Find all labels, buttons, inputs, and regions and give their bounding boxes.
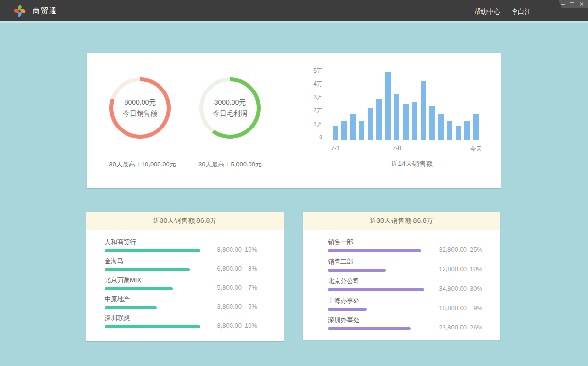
chart-bar: [473, 114, 479, 140]
ranking-bar: [328, 288, 424, 291]
ranking-name: 销售二部: [328, 258, 500, 265]
ranking-value: 6,800.00: [205, 265, 242, 272]
ranking-value: 23,800.00: [430, 324, 467, 331]
x-axis-tick-label: 7-1: [331, 145, 339, 152]
y-axis-tick-label: 3万: [311, 94, 322, 101]
today-profit-value: 3000.00元: [214, 97, 246, 108]
ranking-percent: 9%: [467, 304, 482, 311]
ranking-value: 8,800.00: [205, 246, 242, 253]
ranking-name: 深圳办事处: [328, 316, 500, 324]
ranking-percent: 30%: [467, 285, 482, 292]
sales-14d-bar-chart: 近14天销售额 5万4万3万2万1万07-17-8今天: [311, 66, 501, 181]
today-profit-label: 今日毛利润: [213, 108, 247, 119]
donut-center: 8000.00元 今日销售额: [113, 81, 167, 135]
window-controls: [558, 0, 588, 8]
chart-bar: [438, 114, 444, 140]
ranking-name: 北京分公司: [328, 277, 500, 285]
y-axis-tick-label: 0: [311, 134, 322, 141]
y-axis-tick-label: 4万: [311, 80, 322, 87]
chart-bar: [385, 72, 391, 140]
ranking-bar: [105, 325, 200, 328]
ranking-percent: 7%: [242, 284, 257, 291]
maximize-icon[interactable]: [570, 2, 574, 6]
ranking-bar: [328, 269, 386, 272]
ranking-list: 人和商贸行 8,800.0010% 金海马 6,800.008% 北京万象MIX…: [86, 230, 284, 333]
ranking-value-group: 8,800.0010%: [205, 322, 257, 329]
y-axis-tick-label: 5万: [311, 67, 322, 74]
ranking-value: 32,800.00: [430, 246, 467, 253]
today-sales-label: 今日销售额: [123, 108, 157, 119]
chart-bar: [447, 121, 452, 140]
ranking-value: 10,800.00: [430, 304, 467, 311]
ranking-row: 中原地产 3,800.005%: [105, 295, 284, 314]
ranking-value-group: 10,800.009%: [430, 304, 482, 311]
ranking-value: 12,800.00: [430, 265, 467, 273]
ranking-name: 金海马: [105, 257, 284, 265]
help-center-link[interactable]: 帮助中心: [474, 7, 500, 16]
ranking-name: 销售一部: [328, 238, 500, 246]
ranking-bar: [328, 308, 367, 311]
x-axis-tick-label: 今天: [470, 145, 482, 153]
close-icon[interactable]: [579, 2, 584, 6]
chart-title: 近14天销售额: [391, 160, 433, 168]
today-sales-donut-chart: 8000.00元 今日销售额: [109, 77, 171, 139]
topbar: 商贸通 帮助中心 李白江: [0, 0, 588, 23]
today-profit-donut-chart: 3000.00元 今日毛利润: [199, 77, 261, 139]
customer-ranking-card: 近30天销售额 86.8万 人和商贸行 8,800.0010% 金海马 6,80…: [86, 212, 284, 341]
today-sales-value: 8000.00元: [125, 97, 156, 108]
chart-bar: [412, 102, 417, 140]
chart-bar: [456, 126, 461, 140]
ranking-bar: [105, 306, 157, 309]
ranking-value-group: 6,800.008%: [205, 265, 257, 272]
ranking-value: 5,800.00: [205, 284, 242, 291]
y-axis-tick-label: 2万: [311, 107, 322, 114]
ranking-value-group: 23,800.0026%: [430, 324, 482, 331]
ranking-percent: 10%: [467, 265, 482, 273]
ranking-name: 上海办事处: [328, 297, 500, 304]
user-name-link[interactable]: 李白江: [512, 7, 532, 16]
ranking-bar: [105, 249, 200, 252]
ranking-row: 销售一部 32,800.0025%: [328, 238, 500, 258]
chart-bar: [368, 108, 373, 140]
ranking-value-group: 12,800.0010%: [430, 265, 482, 273]
chart-bar: [376, 99, 382, 140]
ranking-value-group: 3,800.005%: [205, 303, 257, 310]
chart-bar: [350, 114, 356, 140]
ranking-row: 北京分公司 34,800.0030%: [328, 277, 500, 297]
ranking-header: 近30天销售额 86.8万: [303, 212, 500, 230]
chart-bar: [421, 81, 426, 140]
ranking-value: 34,800.00: [430, 285, 467, 292]
ranking-bar: [328, 327, 411, 330]
ranking-row: 上海办事处 10,800.009%: [328, 297, 500, 316]
ranking-bar: [105, 268, 190, 271]
ranking-value-group: 8,800.0010%: [205, 246, 257, 253]
x-axis-tick-label: 7-8: [392, 145, 401, 152]
department-ranking-card: 近30天销售额 86.8万 销售一部 32,800.0025% 销售二部 12,…: [303, 212, 500, 340]
ranking-value-group: 32,800.0025%: [430, 246, 482, 253]
ranking-value: 3,800.00: [205, 303, 242, 310]
ranking-name: 人和商贸行: [105, 238, 284, 246]
ranking-percent: 10%: [242, 246, 257, 253]
ranking-percent: 26%: [467, 324, 482, 331]
ranking-bar: [328, 249, 421, 252]
chart-bar: [429, 106, 435, 140]
y-axis-tick-label: 1万: [311, 121, 322, 128]
profit-30d-max-label: 30天最高：5,000.00元: [198, 160, 262, 169]
minimize-icon[interactable]: [561, 4, 565, 5]
app-title: 商贸通: [33, 6, 57, 16]
bar-group: [333, 69, 479, 140]
ranking-row: 金海马 6,800.008%: [105, 257, 284, 276]
app-logo-pinwheel-icon: [13, 4, 26, 18]
ranking-list: 销售一部 32,800.0025% 销售二部 12,800.0010% 北京分公…: [303, 230, 500, 336]
chart-bar: [403, 104, 409, 140]
ranking-row: 人和商贸行 8,800.0010%: [105, 238, 284, 257]
ranking-percent: 25%: [467, 246, 482, 253]
donut-center: 3000.00元 今日毛利润: [203, 81, 257, 135]
topbar-right: 帮助中心 李白江: [474, 0, 532, 23]
ranking-name: 中原地产: [105, 295, 284, 303]
ranking-percent: 5%: [242, 303, 257, 310]
ranking-name: 深圳联想: [105, 314, 284, 322]
ranking-row: 深圳联想 8,800.0010%: [105, 314, 284, 333]
ranking-value: 8,800.00: [205, 322, 242, 329]
chart-bar: [394, 94, 399, 140]
